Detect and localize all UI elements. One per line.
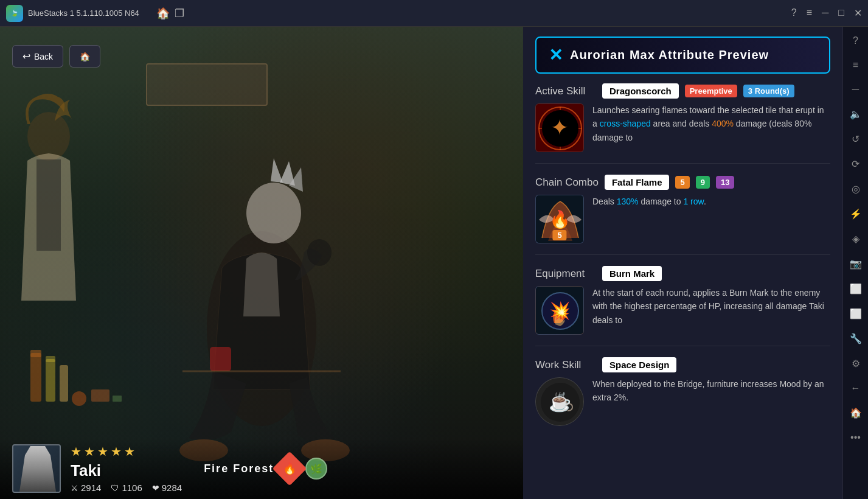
side-icon-dots[interactable]: •••: [848, 430, 863, 445]
chain-desc-130: 130%: [617, 197, 639, 206]
side-icon-diamond[interactable]: ◈: [850, 231, 862, 247]
star-1: ★: [71, 444, 82, 459]
help-icon[interactable]: ?: [791, 7, 797, 19]
back-arrow-icon: ↩: [23, 51, 30, 62]
chain-combo-body: 5 Deals 130% damage to 1 row.: [535, 195, 830, 243]
titlebar-navigation: 🏠 ❐: [156, 7, 184, 20]
divider-2: [535, 254, 830, 255]
chain-combo-description: Deals 130% damage to 1 row.: [592, 195, 830, 208]
svg-rect-16: [113, 396, 122, 402]
chain-badge: 5: [552, 230, 566, 240]
side-icon-bar: ? ≡ ─ 🔈 ↺ ⟳ ◎ ⚡ ◈ 📷 ⬜ ⬜ 🔧 ⚙ ← 🏠 •••: [842, 27, 868, 499]
work-skill-header: Work Skill Space Design: [535, 357, 830, 372]
home-nav-icon[interactable]: 🏠: [156, 7, 170, 20]
equipment-body: At the start of each round, applies a Bu…: [535, 286, 830, 335]
side-icon-refresh[interactable]: ↺: [849, 131, 862, 147]
chain-combo-icon: 5: [535, 195, 584, 243]
svg-point-8: [307, 239, 332, 266]
equipment-label: Equipment: [535, 268, 596, 280]
work-skill-body: When deployed to the Bridge, furniture i…: [535, 377, 830, 426]
chain-desc-text-3: .: [704, 197, 706, 206]
equipment-header: Equipment Burn Mark: [535, 266, 830, 281]
back-button[interactable]: ↩ Back: [12, 45, 63, 68]
burn-mark-art: [536, 287, 584, 335]
preemptive-tag: Preemptive: [685, 85, 737, 97]
work-skill-section: Work Skill Space Design: [535, 357, 830, 426]
chain-tag-13: 13: [716, 176, 734, 189]
character-name: Taki: [71, 461, 182, 480]
divider-1: [535, 163, 830, 164]
side-icon-target[interactable]: ◎: [849, 181, 863, 197]
side-icon-camera[interactable]: 📷: [847, 256, 864, 272]
active-skill-body: Launches searing flames toward the selec…: [535, 103, 830, 152]
active-desc-cross-shaped: cross-shaped: [600, 119, 651, 128]
main-layout: ↩ Back 🏠 ★ ★ ★ ★ ★ Taki: [0, 27, 868, 499]
side-icon-menu[interactable]: ≡: [850, 57, 861, 73]
atk-icon: ⚔: [71, 483, 78, 493]
preview-title: Aurorian Max Attribute Preview: [570, 48, 769, 62]
active-desc-text-2: area and deals: [651, 119, 712, 128]
chain-tag-9: 9: [696, 176, 710, 189]
active-desc-400: 400%: [712, 119, 734, 128]
minimize-icon[interactable]: ─: [822, 7, 828, 19]
close-icon[interactable]: ✕: [854, 7, 862, 19]
character-info-bar: ★ ★ ★ ★ ★ Taki ⚔ 2914 🛡 1106: [0, 438, 523, 499]
side-icon-rotate[interactable]: ⟳: [849, 156, 862, 172]
work-skill-description: When deployed to the Bridge, furniture i…: [592, 377, 830, 405]
chain-combo-label: Chain Combo: [535, 176, 599, 189]
star-4: ★: [111, 444, 122, 459]
side-icon-minimize[interactable]: ─: [850, 82, 861, 97]
star-2: ★: [84, 444, 95, 459]
nav-buttons: ↩ Back 🏠: [12, 45, 100, 68]
chain-tag-5: 5: [675, 176, 689, 189]
fire-target-art: [536, 104, 584, 152]
type-label: Fire Forest: [204, 462, 274, 475]
equipment-name: Burn Mark: [602, 266, 662, 281]
character-stats: ⚔ 2914 🛡 1106 ❤ 9284: [71, 483, 182, 493]
type-badge: Fire Forest 🔥 🌿: [204, 456, 327, 481]
hp-stat: ❤ 9284: [152, 483, 182, 493]
home-icon: 🏠: [80, 52, 90, 61]
equipment-section: Equipment Burn Mark At the start of each…: [535, 266, 830, 335]
side-icon-home[interactable]: 🏠: [847, 405, 864, 421]
side-icon-box1[interactable]: ⬜: [847, 281, 864, 297]
right-panel: ✕ Aurorian Max Attribute Preview Active …: [523, 27, 842, 499]
svg-point-30: [541, 383, 580, 422]
side-icon-box2[interactable]: ⬜: [847, 305, 864, 322]
work-skill-name: Space Design: [602, 357, 676, 372]
svg-marker-3: [271, 158, 283, 183]
logo-leaf: 🍃: [11, 10, 18, 16]
work-skill-icon: [535, 377, 584, 426]
side-icon-wrench[interactable]: 🔧: [847, 330, 864, 347]
active-skill-icon: [535, 103, 584, 152]
svg-rect-5: [210, 347, 231, 371]
side-icon-gear[interactable]: ⚙: [849, 355, 863, 372]
svg-point-22: [555, 124, 565, 133]
side-icon-flash[interactable]: ⚡: [847, 206, 864, 222]
side-icon-help[interactable]: ?: [850, 33, 861, 49]
side-icon-back[interactable]: ←: [849, 380, 863, 396]
character-rarity: ★ ★ ★ ★ ★: [71, 444, 182, 459]
def-stat: 🛡 1106: [111, 483, 142, 493]
atk-stat: ⚔ 2914: [71, 483, 101, 493]
forest-circle: 🌿: [305, 458, 327, 480]
active-skill-description: Launches searing flames toward the selec…: [592, 103, 830, 144]
copy-nav-icon[interactable]: ❐: [175, 7, 184, 20]
wall-frame: [146, 63, 268, 106]
atk-value: 2914: [81, 483, 101, 493]
work-skill-label: Work Skill: [535, 359, 596, 371]
title-bar: 🍃 BlueStacks 1 5.1.110.1005 N64 🏠 ❐ ? ≡ …: [0, 0, 868, 27]
chain-combo-header: Chain Combo Fatal Flame 5 9 13: [535, 175, 830, 190]
active-skill-header: Active Skill Dragonscorch Preemptive 3 R…: [535, 83, 830, 99]
coffee-art: [536, 378, 584, 426]
menu-icon[interactable]: ≡: [807, 7, 812, 19]
chain-desc-1row: 1 row: [683, 197, 703, 206]
preview-logo-symbol: ✕: [549, 45, 563, 65]
home-button[interactable]: 🏠: [69, 45, 100, 68]
side-icon-volume[interactable]: 🔈: [847, 106, 864, 122]
hp-value: 9284: [162, 483, 182, 493]
def-value: 1106: [122, 483, 142, 493]
maximize-icon[interactable]: □: [838, 7, 844, 19]
active-skill-name: Dragonscorch: [602, 83, 679, 99]
svg-point-14: [72, 391, 86, 406]
